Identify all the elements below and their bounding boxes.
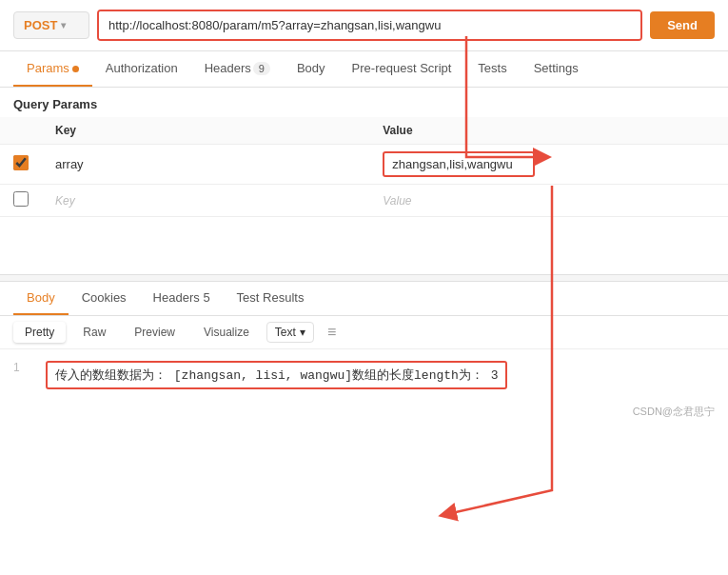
empty-checkbox-cell (0, 185, 42, 217)
col-key: Key (42, 117, 369, 145)
tab-headers[interactable]: Headers9 (191, 51, 284, 87)
tab-settings[interactable]: Settings (521, 51, 592, 87)
tab-authorization-label: Authorization (106, 61, 178, 75)
row-key-value: array (55, 157, 84, 171)
row-checkbox-cell (0, 145, 42, 185)
empty-row-checkbox[interactable] (13, 191, 29, 207)
tab-params-label: Params (27, 61, 69, 75)
tab-settings-label: Settings (534, 61, 579, 75)
format-bar: Pretty Raw Preview Visualize Text ▾ ≡ (0, 316, 728, 349)
tab-pre-request[interactable]: Pre-request Script (339, 51, 465, 87)
query-params-section-label: Query Params (0, 88, 728, 117)
send-button[interactable]: Send (650, 11, 715, 39)
col-checkbox (0, 117, 42, 145)
response-body: 1 传入的数组数据为： [zhangsan, lisi, wangwu]数组的长… (0, 349, 728, 401)
url-bar: POST ▾ Send (0, 0, 728, 51)
value-placeholder: Value (383, 194, 411, 208)
col-value: Value (369, 117, 697, 145)
tab-authorization[interactable]: Authorization (92, 51, 191, 87)
format-type-chevron-icon: ▾ (300, 326, 305, 339)
fmt-pretty-button[interactable]: Pretty (13, 322, 66, 343)
response-tab-headers[interactable]: Headers 5 (140, 282, 224, 315)
method-select[interactable]: POST ▾ (13, 11, 89, 39)
method-label: POST (24, 18, 57, 32)
filter-icon[interactable]: ≡ (327, 324, 336, 341)
key-placeholder: Key (55, 194, 75, 208)
row-value-cell: zhangsan,lisi,wangwu (369, 145, 697, 185)
method-chevron-icon: ▾ (61, 20, 66, 30)
tab-params[interactable]: Params (13, 51, 92, 87)
empty-key-cell: Key (42, 185, 369, 217)
response-tab-cookies[interactable]: Cookies (69, 282, 140, 315)
row-value-box: zhangsan,lisi,wangwu (383, 151, 535, 177)
table-row-empty: Key Value (0, 185, 728, 217)
app-container: POST ▾ Send Params Authorization Headers… (0, 0, 728, 423)
response-tab-test-results-label: Test Results (237, 290, 305, 305)
response-line-1: 1 传入的数组数据为： [zhangsan, lisi, wangwu]数组的长… (0, 357, 728, 393)
response-tab-body[interactable]: Body (13, 282, 69, 315)
response-tab-body-label: Body (27, 290, 55, 305)
tab-tests[interactable]: Tests (464, 51, 520, 87)
headers-badge: 9 (253, 62, 270, 75)
format-type-label: Text (275, 326, 296, 339)
tab-pre-request-label: Pre-request Script (352, 61, 452, 75)
empty-action-cell (698, 185, 729, 217)
fmt-raw-button[interactable]: Raw (71, 322, 117, 343)
row-value-text: zhangsan,lisi,wangwu (392, 157, 512, 171)
row-checkbox[interactable] (13, 155, 29, 170)
response-content-box: 传入的数组数据为： [zhangsan, lisi, wangwu]数组的长度l… (46, 361, 507, 389)
response-tab-cookies-label: Cookies (82, 290, 127, 305)
response-line-content-1: 传入的数组数据为： [zhangsan, lisi, wangwu]数组的长度l… (55, 368, 498, 383)
tab-body-label: Body (297, 61, 325, 75)
col-actions (698, 117, 729, 145)
url-input[interactable] (99, 11, 640, 39)
format-type-select[interactable]: Text ▾ (266, 322, 314, 343)
table-row: array zhangsan,lisi,wangwu (0, 145, 728, 185)
fmt-preview-button[interactable]: Preview (123, 322, 187, 343)
fmt-visualize-button[interactable]: Visualize (192, 322, 261, 343)
tab-headers-label: Headers (205, 61, 251, 75)
url-input-wrapper (97, 10, 642, 41)
watermark: CSDN@念君思宁 (0, 401, 728, 423)
line-number-1: 1 (13, 361, 36, 374)
tab-tests-label: Tests (478, 61, 506, 75)
request-tabs-bar: Params Authorization Headers9 Body Pre-r… (0, 51, 728, 88)
response-headers-badge: 5 (203, 290, 209, 305)
row-action-cell (698, 145, 729, 185)
row-key-cell: array (42, 145, 369, 185)
params-dot (72, 66, 79, 72)
empty-value-cell: Value (369, 185, 697, 217)
response-tab-headers-label: Headers (153, 290, 200, 305)
spacer (0, 217, 728, 255)
section-divider (0, 274, 728, 282)
response-tab-test-results[interactable]: Test Results (224, 282, 318, 315)
query-params-table: Key Value array zhangsan,lisi,wangwu (0, 117, 728, 217)
tab-body[interactable]: Body (284, 51, 339, 87)
response-tabs-bar: Body Cookies Headers 5 Test Results (0, 282, 728, 316)
